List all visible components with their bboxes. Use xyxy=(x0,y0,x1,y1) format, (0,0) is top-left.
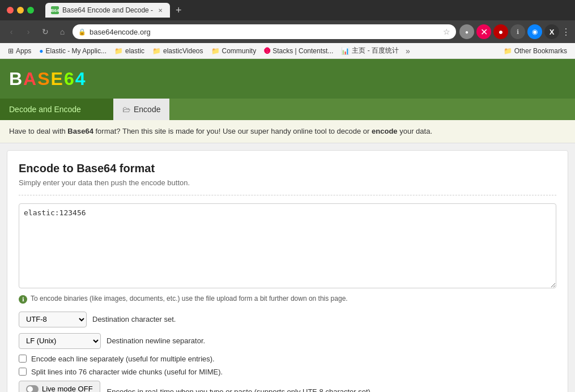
subnav-decode-encode[interactable]: Decode and Encode xyxy=(0,99,113,120)
maximize-traffic-light[interactable] xyxy=(27,7,34,14)
newline-select[interactable]: LF (Unix) CR+LF (Windows) CR (Mac) xyxy=(19,333,101,349)
newline-label: Destination newline separator. xyxy=(107,336,205,345)
bookmark-elasticvideos-label: elasticVideos xyxy=(163,47,203,55)
info-text-mid: format? Then this site is made for you! … xyxy=(93,127,372,135)
info-banner: Have to deal with Base64 format? Then th… xyxy=(0,120,575,143)
bookmark-apps-label: Apps xyxy=(16,47,31,55)
new-tab-button[interactable]: + xyxy=(172,5,185,16)
bookmarks-bar: ⊞ Apps ● Elastic - My Applic... 📁 elasti… xyxy=(0,43,575,59)
bookmark-elasticvideos[interactable]: 📁 elasticVideos xyxy=(149,46,207,56)
star-button[interactable]: ☆ xyxy=(443,27,450,36)
encode-tab-icon: 🗁 xyxy=(122,105,130,114)
traffic-lights xyxy=(7,7,34,14)
active-tab[interactable]: B64 Base64 Encode and Decode - O ✕ xyxy=(45,3,170,18)
other-bookmarks-icon: 📁 xyxy=(504,47,512,55)
browser-menu-button[interactable]: ⋮ xyxy=(561,27,570,37)
checkbox1-input[interactable] xyxy=(19,355,27,363)
checkbox2-row: Split lines into 76 character wide chunk… xyxy=(19,368,556,376)
bookmark-stacks-label: Stacks | Contentst... xyxy=(272,47,333,55)
section-title: Encode to Base64 format xyxy=(19,162,556,175)
bookmark-community[interactable]: 📁 Community xyxy=(208,46,260,56)
charset-select[interactable]: UTF-8 ASCII ISO-8859-1 UTF-16 xyxy=(19,312,87,327)
subnav-decode-encode-label: Decode and Encode xyxy=(9,105,81,114)
subnav-encode-tab[interactable]: 🗁 Encode xyxy=(113,99,169,120)
checkbox2-input[interactable] xyxy=(19,368,27,376)
main-content: Encode to Base64 format Simply enter you… xyxy=(7,150,568,393)
bookmark-elastic-app[interactable]: ● Elastic - My Applic... xyxy=(36,46,110,56)
bookmark-stacks[interactable]: 🅢 Stacks | Contentst... xyxy=(261,46,337,56)
forward-button[interactable]: › xyxy=(22,25,35,39)
tab-favicon: B64 xyxy=(51,6,59,14)
titlebar: B64 Base64 Encode and Decode - O ✕ + xyxy=(0,0,575,20)
browser-action-3[interactable]: ● xyxy=(493,24,508,39)
checkbox1-row: Encode each line separately (useful for … xyxy=(19,355,556,363)
info-bold1: Base64 xyxy=(67,127,93,135)
apps-grid-icon: ⊞ xyxy=(8,47,14,55)
bookmark-elastic[interactable]: 📁 elastic xyxy=(111,46,148,56)
bookmark-baidu[interactable]: 📊 主页 - 百度统计 xyxy=(338,45,402,57)
folder-elastic-icon: 📁 xyxy=(114,47,123,55)
home-button[interactable]: ⌂ xyxy=(56,25,69,39)
browser-action-x[interactable]: X xyxy=(544,24,559,39)
hint-row: ℹ To encode binaries (like images, docum… xyxy=(19,295,556,304)
refresh-button[interactable]: ↻ xyxy=(39,25,52,39)
browser-action-1[interactable]: ● xyxy=(459,24,474,39)
minimize-traffic-light[interactable] xyxy=(17,7,24,14)
site-header: BASE64 xyxy=(0,59,575,99)
folder-elasticvideos-icon: 📁 xyxy=(152,47,161,55)
divider xyxy=(19,195,556,195)
browser-actions: ● ✕ ● ℹ ◉ X ⋮ xyxy=(459,24,570,39)
newline-row: LF (Unix) CR+LF (Windows) CR (Mac) Desti… xyxy=(19,333,556,349)
elastic-dot-icon: ● xyxy=(39,47,43,55)
live-mode-label: Live mode OFF xyxy=(42,385,93,392)
site-logo: BASE64 xyxy=(9,69,87,90)
baidu-icon: 📊 xyxy=(341,47,350,55)
stacks-icon: 🅢 xyxy=(264,48,270,54)
section-subtitle: Simply enter your data then push the enc… xyxy=(19,178,556,187)
live-mode-button[interactable]: Live mode OFF xyxy=(19,381,100,393)
back-button[interactable]: ‹ xyxy=(5,25,18,39)
address-bar: ‹ › ↻ ⌂ 🔒 base64encode.org ☆ ● ✕ ● ℹ ◉ X… xyxy=(0,20,575,43)
info-text-before: Have to deal with xyxy=(9,127,67,135)
close-traffic-light[interactable] xyxy=(7,7,14,14)
address-field[interactable]: 🔒 base64encode.org ☆ xyxy=(73,24,456,39)
other-bookmarks-label: Other Bookmarks xyxy=(514,47,567,55)
checkbox2-label[interactable]: Split lines into 76 character wide chunk… xyxy=(31,368,223,376)
more-bookmarks-button[interactable]: » xyxy=(403,46,412,56)
browser-action-2[interactable]: ✕ xyxy=(476,24,491,39)
live-mode-icon xyxy=(26,385,39,393)
tab-title: Base64 Encode and Decode - O xyxy=(62,6,153,14)
lock-icon: 🔒 xyxy=(78,28,86,36)
bookmark-elastic-label: Elastic - My Applic... xyxy=(46,47,107,55)
bookmark-apps[interactable]: ⊞ Apps xyxy=(5,46,35,56)
info-text-after: your data. xyxy=(398,127,432,135)
bookmark-elastic2-label: elastic xyxy=(125,47,144,55)
live-mode-hint: Encodes in real-time when you type or pa… xyxy=(107,387,373,392)
info-circle-icon: ℹ xyxy=(19,295,27,304)
site-subnav: Decode and Encode 🗁 Encode xyxy=(0,99,575,120)
encode-tab-label: Encode xyxy=(134,105,160,114)
browser-action-4[interactable]: ℹ xyxy=(510,24,525,39)
bookmark-baidu-label: 主页 - 百度统计 xyxy=(352,46,399,56)
info-bold2: encode xyxy=(372,127,398,135)
browser-action-5[interactable]: ◉ xyxy=(527,24,542,39)
charset-label: Destination character set. xyxy=(92,315,176,323)
tab-close-icon[interactable]: ✕ xyxy=(156,6,164,14)
checkbox1-label[interactable]: Encode each line separately (useful for … xyxy=(31,355,215,363)
charset-row: UTF-8 ASCII ISO-8859-1 UTF-16 Destinatio… xyxy=(19,312,556,327)
folder-community-icon: 📁 xyxy=(211,47,220,55)
hint-text: To encode binaries (like images, documen… xyxy=(31,295,348,302)
url-display: base64encode.org xyxy=(90,28,151,36)
encode-textarea[interactable]: elastic:123456 xyxy=(19,203,556,288)
other-bookmarks[interactable]: 📁 Other Bookmarks xyxy=(500,46,570,56)
bookmark-community-label: Community xyxy=(222,47,257,55)
